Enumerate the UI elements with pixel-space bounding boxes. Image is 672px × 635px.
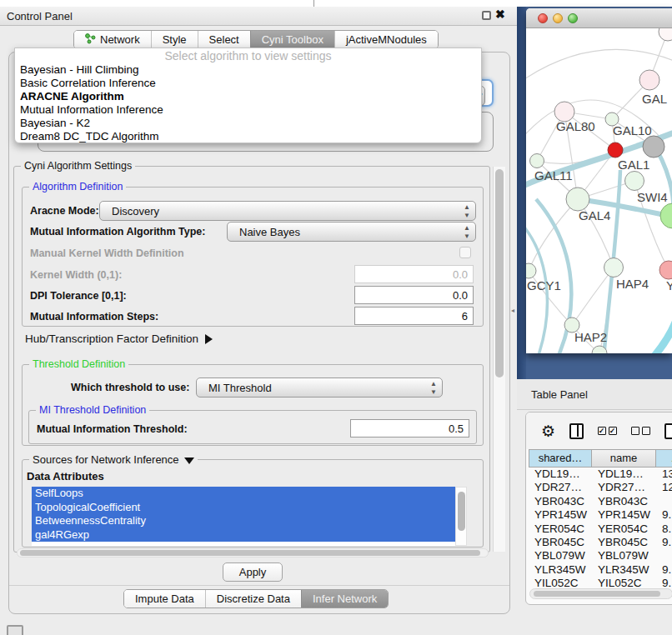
select-all-columns-icon[interactable]: [598, 427, 617, 435]
zoom-window-icon[interactable]: [568, 13, 578, 23]
table-row[interactable]: YDL19…YDL19…13: [529, 468, 672, 481]
table-cell[interactable]: YDR27…: [592, 481, 656, 494]
close-panel-icon[interactable]: ✖: [495, 8, 505, 21]
algorithm-option[interactable]: Bayesian - K2: [15, 117, 481, 130]
algorithm-option[interactable]: Basic Correlation Inference: [15, 77, 481, 90]
mi-steps-field[interactable]: 6: [354, 307, 474, 325]
table-cell[interactable]: 8.: [656, 522, 672, 536]
top-strip: [0, 0, 672, 7]
which-threshold-combobox[interactable]: MI Threshold ▲▼: [196, 378, 443, 398]
node-red-selected[interactable]: [608, 142, 623, 158]
minimized-panel-icon[interactable]: [7, 625, 23, 635]
table-cell[interactable]: 13: [656, 468, 672, 481]
table-cell[interactable]: YBR043C: [592, 495, 656, 508]
attributes-scrollbar-thumb[interactable]: [458, 492, 465, 531]
close-window-icon[interactable]: [538, 13, 548, 23]
attribute-list-item[interactable]: SelfLoops: [32, 487, 455, 501]
table-cell[interactable]: [656, 549, 672, 562]
table-cell[interactable]: YPR145W: [529, 508, 592, 522]
tab-network[interactable]: Network: [74, 31, 151, 48]
sources-group-title[interactable]: Sources for Network Inference: [29, 453, 198, 466]
tab-style[interactable]: Style: [151, 31, 198, 48]
table-cell[interactable]: 9.: [656, 563, 672, 577]
columns-icon[interactable]: [569, 423, 584, 439]
algorithm-option[interactable]: ARACNE Algorithm: [15, 90, 481, 103]
apply-button[interactable]: Apply: [223, 562, 283, 582]
tab-select[interactable]: Select: [198, 31, 250, 48]
dpi-tolerance-field[interactable]: 0.0: [354, 286, 474, 304]
node-hap4[interactable]: [604, 258, 624, 278]
settings-vertical-scrollbar[interactable]: [493, 167, 505, 552]
tab-cyni-toolbox[interactable]: Cyni Toolbox: [250, 31, 334, 48]
vscrollbar-thumb[interactable]: [495, 169, 504, 378]
node-gcy1[interactable]: [526, 263, 536, 278]
tab-infer-network[interactable]: Infer Network: [301, 590, 388, 608]
table-cell[interactable]: YLR345W: [592, 563, 656, 577]
table-cell[interactable]: [656, 495, 672, 508]
table-cell[interactable]: YBL079W: [529, 549, 592, 562]
table-horizontal-scrollbar[interactable]: [529, 588, 672, 599]
table-row[interactable]: YDR27…YDR27…12: [529, 481, 672, 494]
table-cell[interactable]: YBR045C: [592, 536, 656, 549]
table-cell[interactable]: YLR345W: [529, 563, 592, 577]
table-cell[interactable]: YPR145W: [592, 508, 656, 522]
node-gal4[interactable]: [566, 188, 589, 211]
table-cell[interactable]: YBL079W: [592, 549, 656, 562]
deselect-all-columns-icon[interactable]: [631, 427, 650, 435]
table-cell[interactable]: YER054C: [592, 522, 656, 536]
panel-collapse-arrow[interactable]: ◂: [511, 307, 514, 314]
mi-type-combobox[interactable]: Naive Bayes ▲▼: [227, 222, 476, 242]
algorithm-option[interactable]: Mutual Information Inference: [15, 103, 481, 117]
node-gal1[interactable]: [625, 172, 644, 191]
table-cell[interactable]: YDL19…: [529, 468, 592, 481]
node-pink-right[interactable]: [659, 261, 672, 279]
column-header-shared-name[interactable]: shared…: [529, 449, 592, 468]
node-gal-right[interactable]: [639, 70, 659, 90]
attribute-list-item[interactable]: TopologicalCoefficient: [32, 501, 455, 515]
table-row[interactable]: YBR045CYBR045C9.: [529, 536, 672, 549]
node-gray[interactable]: [643, 136, 664, 158]
table-cell[interactable]: YBR043C: [529, 495, 592, 508]
manual-kernel-checkbox[interactable]: [459, 247, 471, 258]
tab-impute-data[interactable]: Impute Data: [124, 590, 205, 608]
table-hscrollbar-thumb[interactable]: [534, 591, 660, 597]
table-cell[interactable]: 9.: [656, 536, 672, 549]
table-cell[interactable]: 12: [656, 481, 672, 494]
hub-definition-expander[interactable]: Hub/Transcription Factor Definition: [25, 332, 213, 345]
node-gal11[interactable]: [530, 154, 544, 168]
tab-jactivemnodules[interactable]: jActiveMNodules: [334, 31, 438, 48]
attribute-list-item[interactable]: BetweennessCentrality: [32, 514, 455, 528]
table-cell[interactable]: YBR045C: [529, 536, 592, 549]
settings-horizontal-scrollbar[interactable]: [17, 548, 489, 558]
data-attributes-list[interactable]: SelfLoopsTopologicalCoefficientBetweenne…: [32, 487, 455, 546]
table-cell[interactable]: YDR27…: [529, 481, 592, 494]
table-row[interactable]: YBL079WYBL079W: [529, 549, 672, 562]
node-bright-green[interactable]: [660, 203, 672, 228]
table-cell[interactable]: YDL19…: [592, 468, 656, 481]
algorithm-option[interactable]: Dream8 DC_TDC Algorithm: [15, 130, 481, 143]
network-canvas[interactable]: GAL GAL80 GAL10 GAL1 GAL11 SWI4 GAL4 GCY…: [526, 28, 672, 353]
table-row[interactable]: YPR145WYPR145W9.: [529, 508, 672, 522]
minimize-window-icon[interactable]: [553, 13, 563, 23]
aracne-mode-combobox[interactable]: Discovery ▲▼: [99, 201, 476, 221]
new-table-icon[interactable]: [664, 423, 672, 439]
node-partial-top[interactable]: [659, 28, 672, 41]
table-row[interactable]: YLR345WYLR345W9.: [529, 563, 672, 577]
float-panel-icon[interactable]: [482, 11, 491, 20]
table-cell[interactable]: 9.: [656, 508, 672, 522]
kernel-width-field[interactable]: 0.0: [354, 265, 474, 283]
hscrollbar-thumb[interactable]: [20, 550, 480, 556]
network-window-titlebar[interactable]: [526, 8, 672, 28]
network-window[interactable]: GAL GAL80 GAL10 GAL1 GAL11 SWI4 GAL4 GCY…: [526, 8, 672, 353]
table-row[interactable]: YER054CYER054C8.: [529, 522, 672, 536]
attribute-list-item[interactable]: gal4RGexp: [32, 528, 455, 542]
table-row[interactable]: YBR043CYBR043C: [529, 495, 672, 508]
mi-threshold-field[interactable]: 0.5: [350, 419, 469, 438]
column-header-name[interactable]: name: [592, 449, 656, 468]
gear-icon[interactable]: ⚙: [541, 423, 555, 439]
column-header-partial[interactable]: A: [656, 449, 672, 468]
tab-discretize-data[interactable]: Discretize Data: [205, 590, 301, 608]
attributes-scrollbar[interactable]: [455, 487, 467, 546]
algorithm-option[interactable]: Bayesian - Hill Climbing: [15, 63, 481, 77]
table-cell[interactable]: YER054C: [529, 522, 592, 536]
